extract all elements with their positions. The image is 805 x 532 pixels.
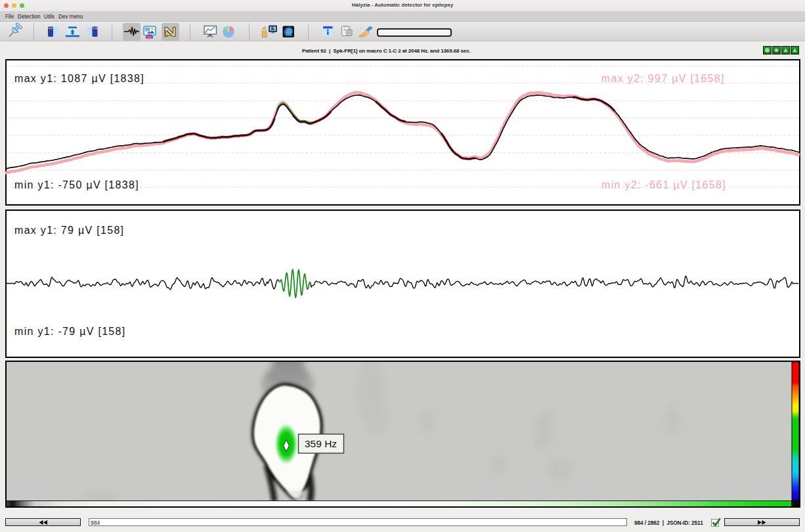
svg-text:359 Hz: 359 Hz [305, 438, 337, 449]
